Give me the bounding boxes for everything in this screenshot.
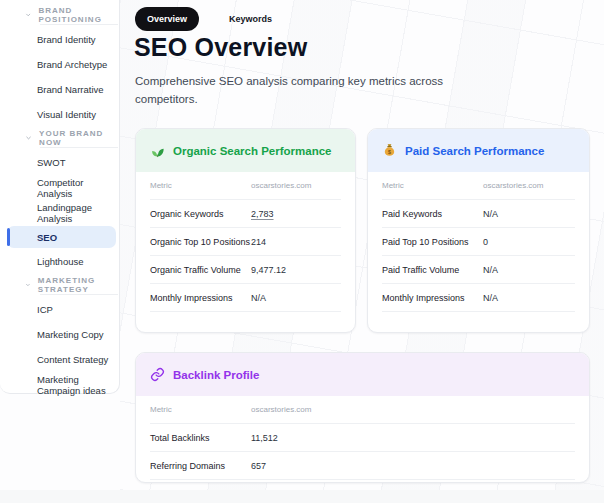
sidebar-item-competitor-analysis[interactable]: Competitor Analysis xyxy=(0,175,119,200)
table-header-row: Metric oscarstories.com xyxy=(150,172,341,200)
page-bottom-strip xyxy=(0,490,604,503)
sidebar: BRAND POSITIONING Brand Identity Brand A… xyxy=(0,0,120,394)
table-header-row: Metric oscarstories.com xyxy=(382,172,575,200)
organic-search-card: Organic Search Performance Metric oscars… xyxy=(135,128,356,333)
table-row: Paid Top 10 Positions 0 xyxy=(382,228,575,256)
tab-keywords[interactable]: Keywords xyxy=(217,7,284,31)
sidebar-section-your-brand-now[interactable]: YOUR BRAND NOW xyxy=(0,129,119,147)
sidebar-section-brand-positioning[interactable]: BRAND POSITIONING xyxy=(0,6,119,24)
card-title: Organic Search Performance xyxy=(173,145,332,157)
svg-text:$: $ xyxy=(388,149,391,155)
organic-keywords-value[interactable]: 2,783 xyxy=(251,209,274,219)
chevron-down-icon xyxy=(25,281,31,289)
card-title: Paid Search Performance xyxy=(405,145,544,157)
divider xyxy=(40,147,118,148)
table-row: Organic Top 10 Positions 214 xyxy=(150,228,341,256)
table-header-row: Metric oscarstories.com xyxy=(150,396,575,424)
sidebar-item-swot[interactable]: SWOT xyxy=(0,150,119,175)
tab-bar: Overview Keywords xyxy=(135,7,284,31)
sidebar-item-marketing-copy[interactable]: Marketing Copy xyxy=(0,322,119,347)
sidebar-section-marketing-strategy[interactable]: MARKETING STRATEGY xyxy=(0,276,119,294)
sidebar-item-brand-identity[interactable]: Brand Identity xyxy=(0,27,119,52)
section-label: BRAND POSITIONING xyxy=(38,6,119,24)
page-title: SEO Overview xyxy=(134,33,307,62)
sidebar-item-marketing-campaign-ideas[interactable]: Marketing Campaign ideas xyxy=(0,372,119,397)
table-row: Paid Keywords N/A xyxy=(382,200,575,228)
sidebar-item-landingpage-analysis[interactable]: Landingpage Analysis xyxy=(0,200,119,225)
paid-metrics-table: Metric oscarstories.com Paid Keywords N/… xyxy=(368,172,589,312)
section-label: YOUR BRAND NOW xyxy=(39,129,119,147)
table-row: Monthly Impressions N/A xyxy=(382,284,575,312)
money-bag-icon: $ xyxy=(382,143,397,158)
paid-card-header: $ Paid Search Performance xyxy=(368,129,589,172)
table-row: Paid Traffic Volume N/A xyxy=(382,256,575,284)
seedling-icon xyxy=(150,143,165,158)
chevron-down-icon xyxy=(25,11,31,19)
table-row: Organic Traffic Volume 9,477.12 xyxy=(150,256,341,284)
table-row: Referring Domains 657 xyxy=(150,452,575,480)
divider xyxy=(40,24,118,25)
table-row: Total Backlinks 11,512 xyxy=(150,424,575,452)
divider xyxy=(40,294,118,295)
sidebar-item-content-strategy[interactable]: Content Strategy xyxy=(0,347,119,372)
table-row: Monthly Impressions N/A xyxy=(150,284,341,312)
organic-card-header: Organic Search Performance xyxy=(136,129,355,172)
link-icon xyxy=(150,367,165,382)
sidebar-item-icp[interactable]: ICP xyxy=(0,297,119,322)
backlink-metrics-table: Metric oscarstories.com Total Backlinks … xyxy=(136,396,589,480)
backlink-profile-card: Backlink Profile Metric oscarstories.com… xyxy=(135,352,590,483)
sidebar-item-brand-narrative[interactable]: Brand Narrative xyxy=(0,77,119,102)
organic-metrics-table: Metric oscarstories.com Organic Keywords… xyxy=(136,172,355,312)
page-description: Comprehensive SEO analysis comparing key… xyxy=(135,73,467,108)
card-title: Backlink Profile xyxy=(173,369,259,381)
app: BRAND POSITIONING Brand Identity Brand A… xyxy=(0,0,604,503)
table-row: Organic Keywords 2,783 xyxy=(150,200,341,228)
tab-overview[interactable]: Overview xyxy=(135,7,199,31)
chevron-down-icon xyxy=(25,134,32,142)
sidebar-item-lighthouse[interactable]: Lighthouse xyxy=(0,249,119,274)
sidebar-item-seo[interactable]: SEO xyxy=(7,226,116,248)
sidebar-item-brand-archetype[interactable]: Brand Archetype xyxy=(0,52,119,77)
sidebar-item-visual-identity[interactable]: Visual Identity xyxy=(0,102,119,127)
backlink-card-header: Backlink Profile xyxy=(136,353,589,396)
section-label: MARKETING STRATEGY xyxy=(38,276,119,294)
paid-search-card: $ Paid Search Performance Metric oscarst… xyxy=(367,128,590,333)
